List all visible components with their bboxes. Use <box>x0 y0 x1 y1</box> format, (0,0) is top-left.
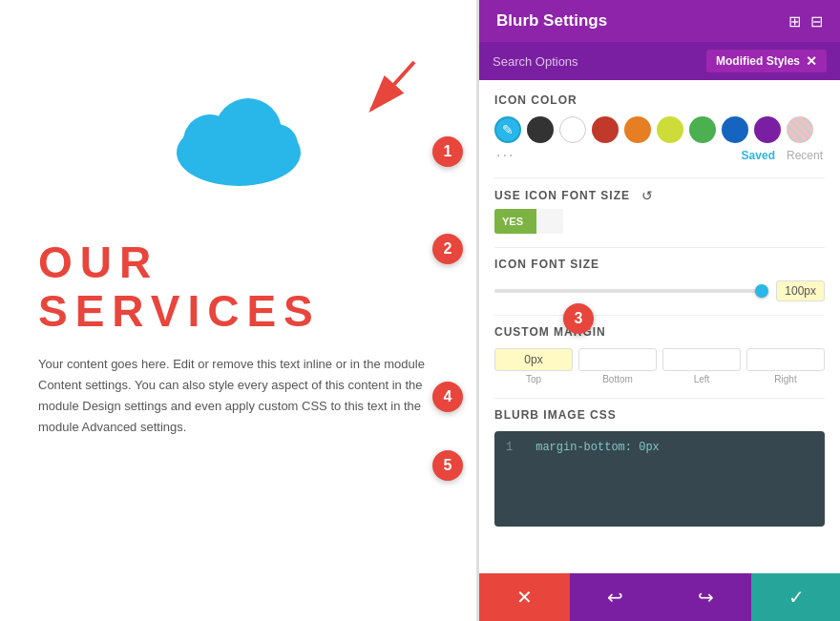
icon-font-size-label: Icon Font Size <box>494 258 825 271</box>
margin-bottom-input[interactable] <box>578 348 657 371</box>
search-options-label: Search Options <box>493 54 578 69</box>
icon-color-label: Icon Color <box>494 93 825 107</box>
use-icon-font-size-label: Use Icon Font Size <box>494 189 630 202</box>
swatch-red[interactable] <box>592 116 619 143</box>
eyedropper-swatch[interactable]: ✎ <box>494 116 521 143</box>
recent-link[interactable]: Recent <box>787 149 823 162</box>
divider-4 <box>494 398 825 399</box>
color-swatches: ✎ <box>494 116 825 143</box>
margin-left-input[interactable] <box>662 348 741 371</box>
badge-2: 2 <box>432 234 463 264</box>
slider-value[interactable]: 100px <box>776 280 825 301</box>
swatch-green[interactable] <box>689 116 716 143</box>
divider-3 <box>494 315 825 316</box>
right-panel: Blurb Settings ⊞ ⊟ Search Options Modifi… <box>477 0 840 621</box>
services-body-text: Your content goes here. Edit or remove t… <box>38 354 438 438</box>
reset-icon[interactable]: ↺ <box>641 188 653 203</box>
margin-top-input[interactable] <box>494 348 573 371</box>
panel-header: Blurb Settings ⊞ ⊟ <box>479 0 840 42</box>
saved-recent: Saved Recent <box>742 149 823 162</box>
badge-4: 4 <box>432 382 463 412</box>
panel-header-icons: ⊞ ⊟ <box>788 12 823 31</box>
more-dots[interactable]: ··· <box>496 147 514 164</box>
color-row-footer: ··· Saved Recent <box>494 147 825 164</box>
swatch-black[interactable] <box>527 116 554 143</box>
panel-title: Blurb Settings <box>496 11 607 31</box>
swatch-none[interactable] <box>787 116 813 143</box>
slider-fill <box>494 289 714 293</box>
margin-right-wrap: Right <box>746 348 825 384</box>
margin-bottom-wrap: Bottom <box>578 348 657 384</box>
divider-1 <box>494 177 825 178</box>
services-heading: OUR SERVICES <box>38 238 438 335</box>
css-line-1: 1 margin-bottom: 0px <box>506 441 813 454</box>
left-panel: OUR SERVICES Your content goes here. Edi… <box>0 0 477 621</box>
margin-right-input[interactable] <box>746 348 825 371</box>
margin-right-label: Right <box>774 374 796 384</box>
search-bar: Search Options Modified Styles ✕ <box>479 42 840 80</box>
bottom-bar: ✕ ↩ ↪ ✓ <box>479 573 840 621</box>
save-button[interactable]: ✓ <box>751 573 840 621</box>
badge-3: 3 <box>563 303 594 334</box>
css-value: margin-bottom: 0px <box>536 441 660 454</box>
blurb-image-css-label: Blurb Image CSS <box>494 408 825 422</box>
slider-section: 100px <box>494 280 825 301</box>
custom-margin-label: Custom Margin <box>494 325 825 339</box>
slider-thumb[interactable] <box>755 284 768 298</box>
svg-line-1 <box>371 62 414 110</box>
close-icon[interactable]: ⊟ <box>810 12 823 31</box>
slider-row: 100px <box>494 280 825 301</box>
margin-bottom-label: Bottom <box>602 374 633 384</box>
badge-1: 1 <box>432 136 463 167</box>
swatch-white[interactable] <box>559 116 586 143</box>
modified-styles-close[interactable]: ✕ <box>806 53 817 69</box>
cloud-area <box>38 29 438 238</box>
margin-section: Top Bottom Left Right <box>494 348 825 384</box>
toggle-no-area[interactable] <box>536 209 563 234</box>
margin-left-label: Left <box>694 374 710 384</box>
css-editor[interactable]: 1 margin-bottom: 0px <box>494 431 825 527</box>
arrow-icon <box>343 57 419 134</box>
badge-5: 5 <box>432 450 463 481</box>
divider-2 <box>494 247 825 248</box>
cancel-button[interactable]: ✕ <box>479 573 570 621</box>
undo-button[interactable]: ↩ <box>570 573 661 621</box>
panel-body: Icon Color ✎ ··· Saved Recent Use Icon F… <box>479 80 840 573</box>
margin-top-label: Top <box>526 374 541 384</box>
use-icon-font-size-row: Use Icon Font Size ↺ <box>494 188 825 203</box>
redo-button[interactable]: ↪ <box>661 573 751 621</box>
saved-link[interactable]: Saved <box>742 149 775 162</box>
swatch-purple[interactable] <box>754 116 781 143</box>
svg-point-5 <box>256 124 298 166</box>
margin-inputs: Top Bottom Left Right <box>494 348 825 384</box>
swatch-blue[interactable] <box>722 116 748 143</box>
cloud-icon <box>162 76 315 191</box>
margin-left-wrap: Left <box>662 348 741 384</box>
slider-track[interactable] <box>494 289 768 293</box>
toggle-switch[interactable]: YES <box>494 209 563 234</box>
toggle-yes[interactable]: YES <box>494 209 536 234</box>
css-line-num: 1 <box>506 441 513 454</box>
modified-styles-button[interactable]: Modified Styles ✕ <box>706 50 827 72</box>
swatch-yellow[interactable] <box>657 116 683 143</box>
margin-top-wrap: Top <box>494 348 573 384</box>
swatch-orange[interactable] <box>624 116 651 143</box>
restore-icon[interactable]: ⊞ <box>788 12 801 31</box>
